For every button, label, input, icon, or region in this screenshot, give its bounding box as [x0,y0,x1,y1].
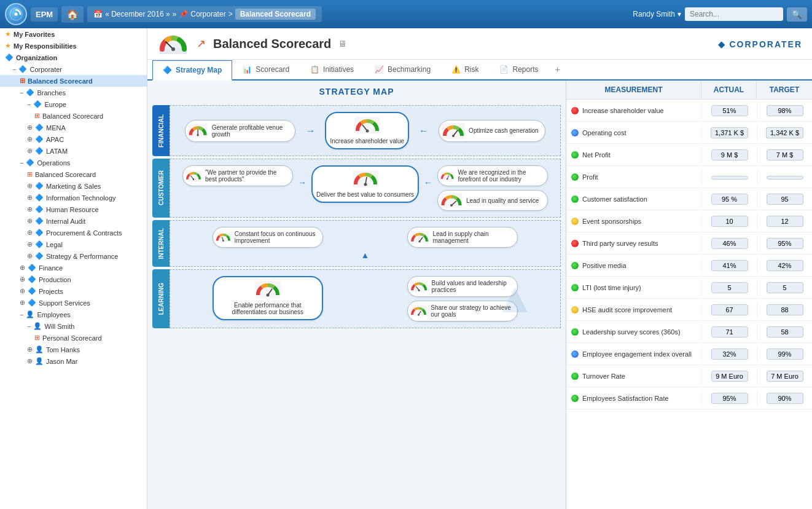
sidebar-item-employees[interactable]: − 👤 Employees [0,309,147,320]
epm-label[interactable]: EPM [31,7,58,22]
sidebar-item-hr[interactable]: ⊕ 🔷 Human Resource [0,203,147,215]
gauge-focus [216,230,231,245]
sidebar-item-operations[interactable]: − 🔷 Operations [0,157,147,168]
target-value-oc: 1,342 K $ [766,127,803,138]
expand-supp-icon: ⊕ [20,299,25,307]
minus-ops-icon: − [20,159,23,167]
org-section[interactable]: 🔷 Organization [0,52,147,63]
metric-label-pm: Positive media [582,262,627,269]
internal-node-focus[interactable]: Constant focus on continuous improvement [213,227,323,248]
sidebar-item-ops-bsc[interactable]: ⊞ Balanced Scorecard [0,168,147,180]
sidebar-item-latam[interactable]: ⊕ 🔷 LATAM [0,145,147,157]
financial-node-isv[interactable]: Increase shareholder value [325,112,409,149]
sidebar-item-personal-bsc[interactable]: ⊞ Personal Scorecard [0,332,147,344]
sidebar-item-corporater[interactable]: − 🔷 Corporater [0,63,147,75]
status-dot-oc [571,129,579,136]
apac-icon: 🔷 [35,135,44,143]
breadcrumb-date[interactable]: « December 2016 » [105,10,170,18]
sidebar-item-balanced-scorecard[interactable]: ⊞ Balanced Scorecard [0,75,147,87]
node-share-label: Share our strategy to achieve our goals [431,304,511,318]
responsibilities-section[interactable]: ★ My Responsibilities [0,40,147,52]
sidebar-item-marketing[interactable]: ⊕ 🔷 Marketing & Sales [0,180,147,192]
search-input[interactable] [685,7,783,21]
actual-value-lss: 71 [711,326,748,337]
svg-point-25 [450,204,453,207]
supp-icon: 🔷 [28,299,36,307]
breadcrumb-corporater[interactable]: Corporater [190,10,225,18]
tab-scorecard[interactable]: 📊 Scorecard [232,60,300,79]
node-focus-label: Constant focus on continuous improvement [235,231,316,244]
sidebar-item-legal[interactable]: ⊕ 🔷 Legal [0,239,147,250]
actual-value-tps: 46% [711,238,748,249]
grid-icon: ⊞ [20,77,25,85]
learning-node-values[interactable]: Build values and leadership practices [407,276,518,297]
node-recognized-label: We are recognized in the forefront of ou… [458,169,541,183]
user-menu[interactable]: Randy Smith ▾ [633,10,681,18]
internal-node-supply[interactable]: Lead in supply chain management [407,227,518,248]
home-button[interactable]: 🏠 [61,6,84,23]
search-button[interactable]: 🔍 [787,7,807,22]
initiatives-tab-icon: 📋 [310,65,319,74]
add-tab-button[interactable]: + [549,61,566,78]
sidebar-item-it[interactable]: ⊕ 🔷 Information Technology [0,192,147,203]
learning-node-enable[interactable]: Enable performance that differentiates o… [213,276,323,320]
financial-node-ocg[interactable]: Optimize cash generation [439,120,545,142]
customer-node-partner[interactable]: "We partner to provide the best products… [182,165,293,186]
app-logo[interactable] [5,3,27,25]
svg-point-19 [364,183,367,186]
sidebar-item-strategy[interactable]: ⊕ 🔷 Strategy & Performance [0,250,147,262]
customer-node-quality[interactable]: Lead in quality and service [437,190,548,211]
sidebar-item-production[interactable]: ⊕ 🔷 Production [0,274,147,285]
sidebar-item-audit[interactable]: ⊕ 🔷 Internal Audit [0,215,147,227]
metric-actual-np: 9 M $ [701,147,757,163]
target-value-eei: 99% [767,349,803,360]
tab-benchmarking[interactable]: 📈 Bechmarking [364,60,441,79]
sidebar-item-finance[interactable]: ⊕ 🔷 Finance [0,262,147,274]
sidebar-item-tom[interactable]: ⊕ 👤 Tom Hanks [0,344,147,355]
content-area: ↗ Balanced Scorecard 🖥 ◆ CORPORATER 🔷 St… [147,28,812,509]
breadcrumb-calendar-icon[interactable]: 📅 [93,10,103,18]
status-dot-cs [571,195,579,203]
split-content: STRATEGY MAP FINANCIAL [147,81,812,509]
tab-strategy-map[interactable]: 🔷 Strategy Map [152,60,232,81]
metric-target-isv: 98% [757,103,812,119]
learning-node-share[interactable]: Share our strategy to achieve our goals [407,301,518,322]
tab-risk[interactable]: ⚠️ Risk [441,60,489,79]
learning-content: ▲ [170,269,561,328]
status-dot-lss [571,328,579,336]
sidebar-item-procurement[interactable]: ⊕ 🔷 Procurement & Contracts [0,227,147,239]
breadcrumb-pin-icon: 📌 [179,10,188,18]
customer-node-deliver[interactable]: Deliver the best value to consumers [311,165,419,203]
financial-node-generate[interactable]: Generate profitable venue growth [185,120,295,142]
star2-icon: ★ [5,42,11,50]
metric-target-tr: 7 M Euro [757,368,812,384]
sidebar-item-mena[interactable]: ⊕ 🔷 MENA [0,122,147,133]
target-value-isv: 98% [767,105,803,116]
svg-point-7 [197,134,199,136]
sidebar-item-support[interactable]: ⊕ 🔷 Support Services [0,297,147,309]
sidebar-item-europe-bsc[interactable]: ⊞ Balanced Scorecard [0,110,147,122]
svg-point-34 [266,294,269,297]
tab-reports[interactable]: 📄 Reports [489,60,548,79]
favorites-section[interactable]: ★ My Favorites [0,28,147,40]
mena-icon: 🔷 [35,124,44,132]
sidebar-item-apac[interactable]: ⊕ 🔷 APAC [0,133,147,145]
metric-actual-isv: 51% [701,103,757,119]
metric-name-es: Event sponsorships [566,215,701,227]
expand-mkt-icon: ⊕ [27,182,33,190]
sidebar-item-branches[interactable]: − 🔷 Branches [0,87,147,98]
metric-row-profit: Profit [566,166,812,188]
scorecard-tab-icon: 📊 [243,65,252,74]
sidebar-item-jason[interactable]: ⊕ 👤 Jason Mar [0,355,147,367]
sidebar-label-latam: LATAM [46,148,68,155]
gauge-enable [255,281,281,298]
sidebar-item-europe[interactable]: − 🔷 Europe [0,98,147,110]
tab-initiatives[interactable]: 📋 Initiatives [300,60,364,79]
metric-row-eei: Employee engagement index overall 32% 99… [566,343,812,365]
customer-node-recognized[interactable]: We are recognized in the forefront of ou… [437,165,548,186]
sidebar-item-projects[interactable]: ⊕ 🔷 Projects [0,285,147,297]
metric-row-lss: Leadership survey scores (360s) 71 58 [566,321,812,343]
gauge-share [410,304,427,318]
sidebar-item-will[interactable]: − 👤 Will Smith [0,320,147,332]
metric-name-tr: Turnover Rate [566,370,701,382]
